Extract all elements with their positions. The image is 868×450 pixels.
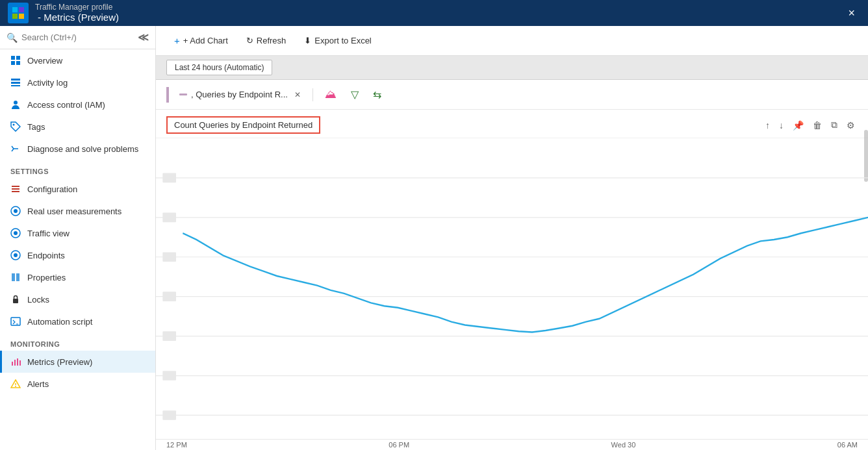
svg-rect-0 xyxy=(12,7,18,12)
sort-asc-button[interactable]: ↑ xyxy=(763,119,772,132)
overview-icon xyxy=(10,55,21,66)
sort-desc-button[interactable]: ↓ xyxy=(776,119,786,132)
sidebar-item-properties[interactable]: Properties xyxy=(0,266,155,288)
sidebar-item-configuration-label: Configuration xyxy=(27,184,77,194)
svg-rect-43 xyxy=(162,292,176,301)
activity-log-icon xyxy=(10,77,21,88)
automation-script-icon xyxy=(10,316,21,327)
app-logo xyxy=(8,3,29,23)
tab-close-icon[interactable]: ✕ xyxy=(294,90,301,99)
svg-point-21 xyxy=(14,253,18,257)
tab-color-indicator xyxy=(179,94,187,95)
filter-button[interactable]: ▽ xyxy=(346,86,364,103)
close-button[interactable]: × xyxy=(843,6,860,20)
tab-divider xyxy=(313,88,313,101)
sidebar-item-tags[interactable]: Tags xyxy=(0,116,155,138)
chart-header: Count Queries by Endpoint Returned ↑ ↓ 📌… xyxy=(156,110,868,138)
traffic-view-icon xyxy=(10,228,21,238)
svg-rect-46 xyxy=(162,410,176,420)
sidebar-item-tags-label: Tags xyxy=(27,122,45,132)
sidebar-item-automation-script[interactable]: Automation script xyxy=(0,310,155,332)
sidebar-item-configuration[interactable]: Configuration xyxy=(0,178,155,200)
copy-button[interactable]: ⧉ xyxy=(828,118,840,132)
sidebar-item-rum-label: Real user measurements xyxy=(27,206,121,216)
x-axis-labels: 12 PM 06 PM Wed 30 06 AM xyxy=(156,439,868,450)
sidebar-item-access-control-label: Access control (IAM) xyxy=(27,100,105,110)
settings-section-label: SETTINGS xyxy=(0,160,155,178)
svg-rect-7 xyxy=(16,61,20,65)
sidebar-item-diagnose-label: Diagnose and solve problems xyxy=(27,144,138,154)
diagnose-icon xyxy=(10,144,21,154)
chart-tab-label: , Queries by Endpoint R... xyxy=(191,90,288,99)
header-title: - Metrics (Preview) xyxy=(38,12,119,23)
chart-actions: ↑ ↓ 📌 🗑 ⧉ ⚙ xyxy=(763,118,858,132)
svg-rect-25 xyxy=(11,318,20,325)
add-chart-button[interactable]: + + Add Chart xyxy=(166,31,236,50)
svg-rect-2 xyxy=(12,14,18,19)
time-selector-button[interactable]: Last 24 hours (Automatic) xyxy=(166,60,272,75)
header: Traffic Manager profile - Metrics (Previ… xyxy=(0,0,868,26)
svg-rect-40 xyxy=(162,173,176,183)
svg-rect-6 xyxy=(11,61,15,65)
sidebar-item-traffic-view-label: Traffic view xyxy=(27,229,70,238)
chart-tab-queries[interactable]: , Queries by Endpoint R... ✕ xyxy=(174,87,306,102)
refresh-label: Refresh xyxy=(257,36,287,45)
main-content: + + Add Chart ↻ Refresh ⬇ Export to Exce… xyxy=(156,26,868,450)
sidebar-item-endpoints[interactable]: Endpoints xyxy=(0,244,155,266)
toolbar: + + Add Chart ↻ Refresh ⬇ Export to Exce… xyxy=(156,26,868,56)
svg-rect-24 xyxy=(13,299,18,303)
export-icon: ⬇ xyxy=(304,36,311,45)
header-subtitle: Traffic Manager profile xyxy=(35,3,119,12)
sidebar-item-automation-label: Automation script xyxy=(27,317,92,327)
svg-rect-29 xyxy=(19,360,21,366)
access-control-icon xyxy=(10,99,21,110)
collapse-button[interactable]: ≪ xyxy=(138,31,149,44)
sidebar-item-properties-label: Properties xyxy=(27,273,66,282)
svg-point-19 xyxy=(14,231,18,235)
configuration-icon xyxy=(10,184,21,194)
chart-area: , Queries by Endpoint R... ✕ ⛰ ▽ ⇆ Count… xyxy=(156,80,868,450)
svg-rect-44 xyxy=(162,331,176,341)
svg-point-12 xyxy=(13,124,15,126)
add-chart-label: + Add Chart xyxy=(183,36,228,45)
x-label-1: 12 PM xyxy=(166,441,187,449)
export-button[interactable]: ⬇ Export to Excel xyxy=(296,32,379,49)
sidebar-item-alerts[interactable]: Alerts xyxy=(0,373,155,395)
sidebar-item-overview[interactable]: Overview xyxy=(0,49,155,71)
time-selector-label: Last 24 hours (Automatic) xyxy=(175,63,264,72)
sidebar-item-locks[interactable]: Locks xyxy=(0,288,155,310)
tab-accent xyxy=(166,87,169,103)
svg-rect-3 xyxy=(19,14,24,19)
refresh-button[interactable]: ↻ Refresh xyxy=(238,32,294,49)
sidebar-item-activity-log[interactable]: Activity log xyxy=(0,71,155,94)
export-label: Export to Excel xyxy=(314,36,371,45)
settings-button[interactable]: ⚙ xyxy=(844,119,858,132)
sidebar-item-access-control[interactable]: Access control (IAM) xyxy=(0,94,155,116)
sidebar-item-endpoints-label: Endpoints xyxy=(27,251,65,260)
search-input[interactable] xyxy=(21,32,119,42)
metrics-icon xyxy=(10,356,21,367)
search-icon: 🔍 xyxy=(6,32,18,43)
chart-title: Count Queries by Endpoint Returned xyxy=(166,116,320,134)
svg-rect-22 xyxy=(12,273,15,281)
filter-icon: ▽ xyxy=(351,88,359,101)
sidebar-item-traffic-view[interactable]: Traffic view xyxy=(0,222,155,244)
sidebar-item-diagnose[interactable]: Diagnose and solve problems xyxy=(0,138,155,160)
chart-canvas xyxy=(156,138,868,439)
add-chart-icon: + xyxy=(174,35,180,46)
sidebar-item-real-user-measurements[interactable]: Real user measurements xyxy=(0,200,155,222)
sidebar-item-metrics-label: Metrics (Preview) xyxy=(27,357,92,367)
monitoring-section-label: MONITORING xyxy=(0,332,155,351)
pin-button[interactable]: 📌 xyxy=(790,119,806,132)
svg-rect-14 xyxy=(12,188,19,190)
svg-point-11 xyxy=(14,101,18,105)
svg-rect-28 xyxy=(17,358,18,366)
properties-icon xyxy=(10,272,21,282)
sidebar-item-metrics-preview[interactable]: Metrics (Preview) xyxy=(0,351,155,373)
svg-rect-10 xyxy=(11,85,20,86)
svg-rect-8 xyxy=(11,79,20,81)
chart-type-icon: ⛰ xyxy=(325,88,337,101)
delete-button[interactable]: 🗑 xyxy=(810,119,824,132)
split-button[interactable]: ⇆ xyxy=(368,86,387,103)
chart-type-button[interactable]: ⛰ xyxy=(320,85,342,104)
